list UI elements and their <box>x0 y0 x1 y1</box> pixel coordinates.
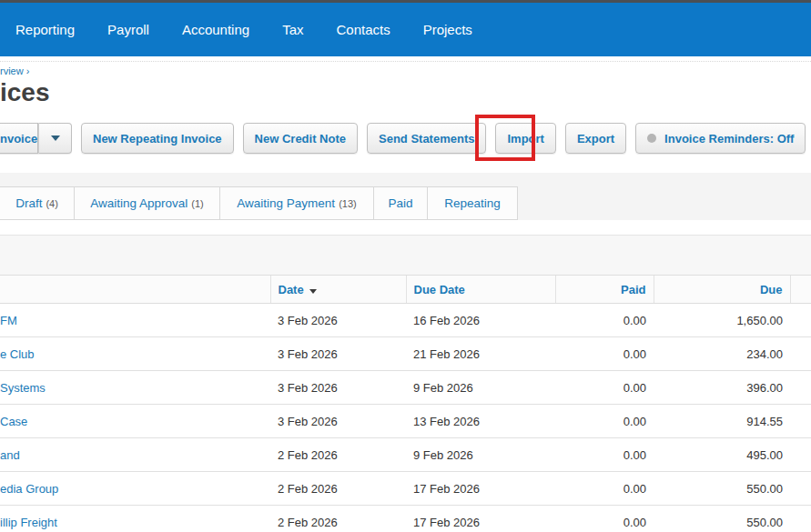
nav-item-tax[interactable]: Tax <box>282 22 303 37</box>
nav-item-accounting[interactable]: Accounting <box>182 22 249 37</box>
new-invoice-button[interactable]: nvoice <box>0 123 38 154</box>
tab-label: Awaiting Payment <box>237 196 335 210</box>
invoice-contact-link[interactable]: Case <box>0 415 27 428</box>
invoice-due-date: 21 Feb 2026 <box>406 337 555 371</box>
tab-label: Paid <box>388 196 412 210</box>
invoice-due: 495.00 <box>654 438 790 472</box>
invoice-due-date: 16 Feb 2026 <box>406 304 555 337</box>
tabs-bar: Draft (4) Awaiting Approval (1) Awaiting… <box>0 173 811 220</box>
dotted-divider <box>0 61 811 62</box>
invoice-contact-link[interactable]: Systems <box>0 381 46 395</box>
tab-count: (1) <box>191 198 203 209</box>
invoices-table: Date Due Date Paid Due FM 3 Feb 2026 16 … <box>0 275 811 532</box>
nav-item-reporting[interactable]: Reporting <box>15 22 75 37</box>
chevron-down-icon <box>51 136 60 141</box>
invoice-due: 1,650.00 <box>654 304 790 337</box>
column-header-name[interactable] <box>0 276 270 304</box>
column-header-due[interactable]: Due <box>654 276 790 304</box>
tab-label: Draft <box>15 196 42 210</box>
column-header-paid[interactable]: Paid <box>555 276 654 304</box>
invoice-date: 3 Feb 2026 <box>270 371 406 405</box>
row-spacer <box>790 304 811 337</box>
new-repeating-invoice-button[interactable]: New Repeating Invoice <box>81 123 234 154</box>
invoice-paid: 0.00 <box>555 438 654 472</box>
invoice-due-date: 17 Feb 2026 <box>406 506 555 532</box>
invoice-due-date: 17 Feb 2026 <box>406 472 555 506</box>
tab-paid[interactable]: Paid <box>373 186 428 220</box>
content-gap <box>0 220 811 235</box>
page-title: ices <box>0 79 811 107</box>
invoice-due-date: 9 Feb 2026 <box>406 438 555 472</box>
row-spacer <box>790 506 811 532</box>
invoice-due: 396.00 <box>654 371 790 405</box>
invoice-paid: 0.00 <box>555 304 654 337</box>
tab-awaiting-payment[interactable]: Awaiting Payment (13) <box>219 186 374 220</box>
invoice-reminders-button[interactable]: Invoice Reminders: Off <box>635 123 806 154</box>
tab-count: (4) <box>46 198 57 209</box>
row-spacer <box>790 472 811 506</box>
tab-repeating[interactable]: Repeating <box>427 186 518 220</box>
page-header: rview › ices <box>0 56 811 116</box>
invoice-row: and 2 Feb 2026 9 Feb 2026 0.00 495.00 <box>0 438 811 472</box>
invoice-due: 550.00 <box>654 472 790 506</box>
invoice-paid: 0.00 <box>555 472 654 506</box>
invoice-date: 3 Feb 2026 <box>270 304 406 337</box>
new-credit-note-button[interactable]: New Credit Note <box>243 123 358 154</box>
invoice-row: Systems 3 Feb 2026 9 Feb 2026 0.00 396.0… <box>0 371 811 405</box>
invoice-paid: 0.00 <box>555 371 654 405</box>
import-button[interactable]: Import <box>495 123 555 154</box>
nav-item-payroll[interactable]: Payroll <box>107 22 149 37</box>
tab-label: Awaiting Approval <box>90 196 188 210</box>
table-toolbar-panel <box>0 235 811 275</box>
invoice-contact-link[interactable]: illip Freight <box>0 516 57 529</box>
send-statements-button[interactable]: Send Statements <box>367 123 486 154</box>
invoice-row: illip Freight 2 Feb 2026 17 Feb 2026 0.0… <box>0 506 811 532</box>
column-header-spacer <box>790 276 811 304</box>
invoice-paid: 0.00 <box>555 405 654 438</box>
invoice-row: edia Group 2 Feb 2026 17 Feb 2026 0.00 5… <box>0 472 811 506</box>
tab-draft[interactable]: Draft (4) <box>0 186 75 220</box>
breadcrumb[interactable]: rview › <box>0 65 29 76</box>
export-button[interactable]: Export <box>565 123 626 154</box>
table-header-row: Date Due Date Paid Due <box>0 276 811 304</box>
invoice-date: 3 Feb 2026 <box>270 337 406 371</box>
invoice-due-date: 9 Feb 2026 <box>406 371 555 405</box>
new-invoice-dropdown-button[interactable] <box>38 123 72 154</box>
invoice-row: Case 3 Feb 2026 13 Feb 2026 0.00 914.55 <box>0 405 811 438</box>
tab-count: (13) <box>339 198 357 209</box>
row-spacer <box>790 438 811 472</box>
invoice-row: FM 3 Feb 2026 16 Feb 2026 0.00 1,650.00 <box>0 304 811 337</box>
row-spacer <box>790 405 811 438</box>
main-nav: Reporting Payroll Accounting Tax Contact… <box>0 3 811 56</box>
column-header-due-date[interactable]: Due Date <box>406 276 555 304</box>
tab-label: Repeating <box>444 196 501 210</box>
invoice-due-date: 13 Feb 2026 <box>406 405 555 438</box>
new-invoice-split-button: nvoice <box>0 123 72 154</box>
invoice-contact-link[interactable]: FM <box>0 314 17 327</box>
nav-item-contacts[interactable]: Contacts <box>336 22 390 37</box>
column-header-date-label: Date <box>279 283 304 296</box>
sort-desc-icon <box>309 289 317 294</box>
invoice-date: 2 Feb 2026 <box>270 506 406 532</box>
tab-awaiting-approval[interactable]: Awaiting Approval (1) <box>74 186 220 220</box>
row-spacer <box>790 371 811 405</box>
invoice-due: 914.55 <box>654 405 790 438</box>
toolbar: nvoice New Repeating Invoice New Credit … <box>0 116 811 173</box>
status-dot-icon <box>647 134 656 143</box>
invoice-row: e Club 3 Feb 2026 21 Feb 2026 0.00 234.0… <box>0 337 811 371</box>
nav-item-projects[interactable]: Projects <box>423 22 472 37</box>
invoice-reminders-label: Invoice Reminders: Off <box>664 132 794 146</box>
invoice-date: 3 Feb 2026 <box>270 405 406 438</box>
xero-invoices-screen: Reporting Payroll Accounting Tax Contact… <box>0 0 811 532</box>
invoice-contact-link[interactable]: e Club <box>0 347 35 361</box>
invoice-date: 2 Feb 2026 <box>270 438 406 472</box>
invoice-date: 2 Feb 2026 <box>270 472 406 506</box>
invoice-contact-link[interactable]: edia Group <box>0 482 58 496</box>
row-spacer <box>790 337 811 371</box>
invoice-due: 234.00 <box>654 337 790 371</box>
invoice-paid: 0.00 <box>555 337 654 371</box>
invoice-paid: 0.00 <box>555 506 654 532</box>
invoice-contact-link[interactable]: and <box>0 448 20 462</box>
invoice-due: 550.00 <box>654 506 790 532</box>
column-header-date[interactable]: Date <box>270 276 406 304</box>
